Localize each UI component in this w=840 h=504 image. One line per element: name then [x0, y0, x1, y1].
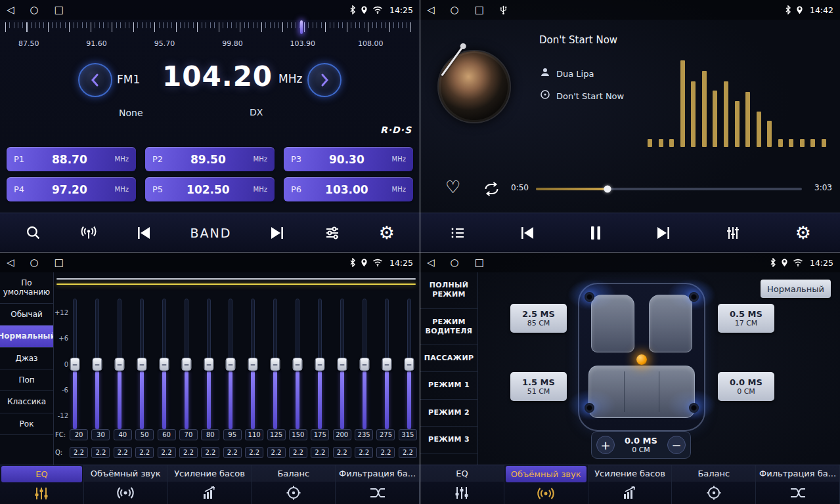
repeat-button[interactable] — [483, 182, 500, 199]
tab-bass-boost[interactable]: Усиление басов — [168, 465, 252, 504]
home-button[interactable]: ○ — [451, 5, 459, 15]
front-left-delay[interactable]: 2.5 MS 85 CM — [510, 304, 567, 333]
back-button[interactable]: ◁ — [7, 5, 14, 15]
tune-down-button[interactable] — [78, 63, 112, 97]
eq-band-slider[interactable] — [270, 299, 280, 430]
rear-right-speaker[interactable] — [689, 403, 699, 413]
slider-knob[interactable] — [92, 358, 102, 371]
next-track-button[interactable] — [655, 226, 671, 240]
back-button[interactable]: ◁ — [427, 258, 435, 268]
settings-button[interactable]: ⚙ — [795, 224, 811, 242]
eq-band-slider[interactable] — [70, 299, 80, 430]
slider-knob[interactable] — [382, 358, 391, 371]
preset-button-p2[interactable]: P289.50MHz — [145, 147, 275, 171]
tab-surround-sound[interactable]: Объёмный звук — [504, 465, 588, 504]
slider-knob[interactable] — [271, 358, 280, 371]
recents-button[interactable]: □ — [475, 258, 484, 268]
eq-band-slider[interactable] — [292, 299, 303, 430]
progress-knob[interactable] — [604, 186, 611, 193]
eq-preset-item[interactable]: Нормальный — [0, 326, 53, 347]
soundfield-mode-item[interactable]: РЕЖИМ 1 — [420, 372, 477, 399]
favorite-button[interactable]: ♡ — [445, 178, 460, 196]
settings-button[interactable]: ⚙ — [379, 224, 395, 242]
eq-band-slider[interactable] — [382, 299, 392, 430]
preset-button-p4[interactable]: P497.20MHz — [7, 177, 136, 201]
tab-eq[interactable]: EQ — [420, 465, 504, 504]
tab-eq[interactable]: EQ — [0, 465, 84, 504]
tab-surround-sound[interactable]: Объёмный звук — [84, 465, 168, 504]
eq-band-slider[interactable] — [137, 299, 147, 430]
eq-band-slider[interactable] — [114, 299, 125, 430]
back-button[interactable]: ◁ — [7, 258, 14, 268]
slider-knob[interactable] — [248, 358, 258, 371]
increase-delay-button[interactable]: + — [596, 436, 615, 454]
soundfield-mode-item[interactable]: ПОЛНЫЙ РЕЖИМ — [420, 272, 477, 309]
slider-knob[interactable] — [226, 358, 236, 371]
eq-preset-item[interactable]: Рок — [0, 413, 53, 435]
front-left-speaker[interactable] — [585, 292, 594, 302]
pause-button[interactable] — [589, 225, 602, 241]
listening-position-marker[interactable] — [636, 354, 647, 365]
eq-preset-item[interactable]: Обычай — [0, 304, 53, 326]
soundfield-mode-item[interactable]: РЕЖИМ 2 — [420, 400, 477, 427]
eq-band-slider[interactable] — [225, 299, 236, 430]
eq-band-slider[interactable] — [248, 299, 258, 430]
tab-balance[interactable]: Баланс — [252, 465, 336, 504]
rear-left-delay[interactable]: 1.5 MS 51 CM — [510, 372, 567, 401]
broadcast-button[interactable] — [79, 224, 98, 241]
tab-filter[interactable]: Фильтрация ба... — [336, 465, 420, 504]
eq-preset-item[interactable]: Поп — [0, 369, 53, 391]
slider-knob[interactable] — [204, 358, 213, 371]
slider-knob[interactable] — [159, 358, 169, 371]
tune-up-button[interactable] — [307, 63, 342, 97]
slider-knob[interactable] — [114, 358, 124, 371]
slider-knob[interactable] — [404, 358, 414, 371]
slider-knob[interactable] — [338, 358, 347, 371]
eq-band-slider[interactable] — [159, 299, 169, 430]
slider-knob[interactable] — [315, 358, 325, 371]
eq-band-slider[interactable] — [181, 299, 192, 430]
eq-band-slider[interactable] — [404, 299, 414, 430]
home-button[interactable]: ○ — [30, 5, 39, 15]
home-button[interactable]: ○ — [451, 258, 459, 268]
front-right-delay[interactable]: 0.5 MS 17 CM — [718, 304, 774, 333]
tab-balance[interactable]: Баланс — [672, 465, 756, 504]
slider-knob[interactable] — [359, 358, 369, 371]
preset-button-p6[interactable]: P6103.00MHz — [284, 177, 413, 201]
prev-station-button[interactable] — [136, 226, 152, 240]
band-button[interactable]: BAND — [190, 226, 231, 240]
tab-bass-boost[interactable]: Усиление басов — [588, 465, 673, 504]
home-button[interactable]: ○ — [30, 258, 39, 268]
slider-knob[interactable] — [137, 358, 146, 371]
eq-settings-button[interactable] — [324, 225, 341, 241]
preset-button-p1[interactable]: P188.70MHz — [7, 147, 136, 171]
recents-button[interactable]: □ — [55, 258, 64, 268]
tuning-indicator[interactable] — [300, 20, 303, 34]
eq-preset-item[interactable]: Джаз — [0, 348, 53, 369]
recents-button[interactable]: □ — [55, 5, 64, 15]
preset-button-p3[interactable]: P390.30MHz — [284, 147, 413, 171]
slider-knob[interactable] — [293, 358, 303, 371]
decrease-delay-button[interactable]: − — [667, 436, 686, 454]
eq-preset-item[interactable]: Классика — [0, 391, 53, 413]
soundfield-mode-item[interactable]: РЕЖИМ 3 — [420, 427, 477, 453]
front-right-speaker[interactable] — [689, 292, 699, 302]
slider-knob[interactable] — [70, 358, 80, 371]
sound-preset-button[interactable]: Нормальный — [761, 280, 831, 298]
preset-button-p5[interactable]: P5102.50MHz — [145, 177, 275, 201]
back-button[interactable]: ◁ — [427, 5, 435, 15]
frequency-ruler[interactable]: 87.5091.6095.7099.80103.90108.00 — [5, 22, 414, 52]
soundfield-mode-item[interactable]: ПАССАЖИР — [420, 345, 477, 372]
slider-knob[interactable] — [181, 358, 191, 371]
soundfield-mode-item[interactable]: РЕЖИМ ВОДИТЕЛЯ — [420, 309, 477, 346]
prev-track-button[interactable] — [519, 226, 535, 240]
eq-preset-item[interactable]: По умолчанию — [0, 272, 53, 304]
rear-right-delay[interactable]: 0.0 MS 0 CM — [718, 372, 774, 401]
tab-filter[interactable]: Фильтрация ба... — [756, 465, 840, 504]
progress-bar[interactable] — [536, 188, 802, 190]
eq-band-slider[interactable] — [92, 299, 102, 430]
eq-band-slider[interactable] — [359, 299, 370, 430]
playlist-button[interactable] — [449, 225, 466, 241]
next-station-button[interactable] — [269, 226, 285, 240]
recents-button[interactable]: □ — [475, 5, 484, 15]
